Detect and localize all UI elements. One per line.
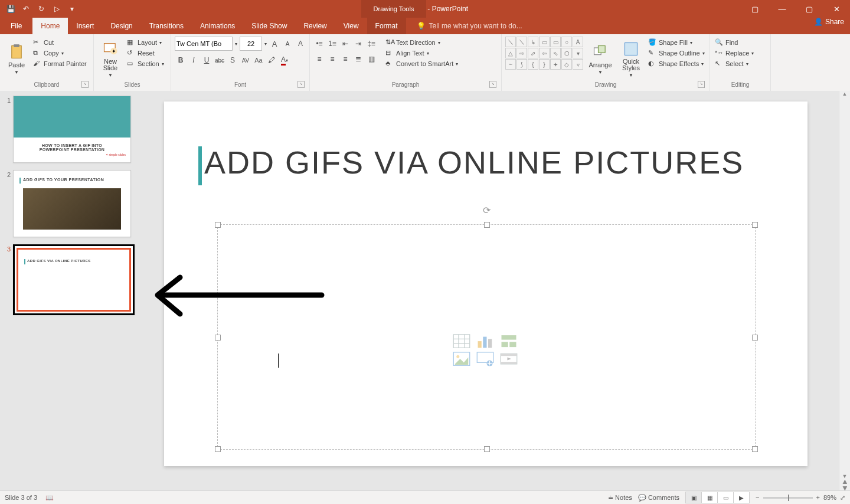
sorter-view-button[interactable]: ▦ (702, 492, 718, 503)
resize-handle[interactable] (215, 446, 221, 452)
underline-button[interactable]: U (201, 54, 212, 66)
insert-video-icon[interactable] (500, 352, 518, 366)
content-placeholder[interactable]: ⟳ (217, 224, 756, 450)
insert-pictures-icon[interactable] (453, 352, 470, 366)
quick-styles-button[interactable]: Quick Styles▼ (617, 37, 645, 81)
rotate-handle-icon[interactable]: ⟳ (483, 205, 491, 216)
slide-thumbnail-pane[interactable]: 1 HOW TO INSERT A GIF INTO POWERPOINT PR… (0, 91, 146, 491)
shape-arrow-icon[interactable]: ⬁ (550, 48, 561, 58)
format-painter-button[interactable]: 🖌Format Painter (32, 59, 88, 68)
shape-callout-icon[interactable]: ◇ (561, 59, 572, 70)
columns-button[interactable]: ▥ (365, 53, 377, 65)
comments-button[interactable]: 💬 Comments (638, 494, 679, 502)
convert-smartart-button[interactable]: ⬘Convert to SmartArt▾ (384, 59, 459, 68)
tab-transitions[interactable]: Transitions (141, 18, 192, 34)
zoom-in-button[interactable]: + (816, 494, 820, 501)
notes-button[interactable]: ≐ Notes (608, 494, 632, 502)
shape-brace-icon[interactable]: } (539, 59, 550, 70)
italic-button[interactable]: I (188, 54, 200, 66)
thumbnail-3-selected[interactable]: 3 ADD GIFS VIA ONLINE PICTURES (2, 244, 142, 315)
shape-fill-button[interactable]: 🪣Shape Fill▾ (647, 38, 706, 47)
zoom-out-button[interactable]: − (756, 494, 759, 501)
align-text-button[interactable]: ⊟Align Text▾ (384, 48, 459, 58)
thumb-preview[interactable]: ADD GIFS TO YOUR PRESENTATION (13, 170, 131, 237)
scroll-down-icon[interactable]: ▼ (842, 473, 848, 479)
shape-more-icon[interactable]: ▿ (573, 59, 583, 70)
minimize-button[interactable]: — (769, 0, 796, 18)
shape-line-icon[interactable]: ＼ (516, 37, 527, 47)
insert-smartart-icon[interactable] (500, 334, 518, 348)
shape-star-icon[interactable]: ✦ (550, 59, 561, 70)
thumb-preview-selected[interactable]: ADD GIFS VIA ONLINE PICTURES (13, 244, 135, 315)
resize-handle[interactable] (752, 335, 758, 341)
thumbnail-1[interactable]: 1 HOW TO INSERT A GIF INTO POWERPOINT PR… (2, 96, 142, 163)
replace-button[interactable]: ᵃ↔Replace▾ (714, 48, 755, 58)
shape-oval-icon[interactable]: ○ (561, 37, 572, 47)
tab-insert[interactable]: Insert (68, 18, 102, 34)
align-left-button[interactable]: ≡ (313, 53, 325, 65)
line-spacing-button[interactable]: ‡≡ (365, 38, 377, 50)
resize-handle[interactable] (752, 446, 758, 452)
insert-online-pictures-icon[interactable] (476, 352, 494, 366)
shape-hex-icon[interactable]: ⬡ (561, 48, 572, 58)
decrease-indent-button[interactable]: ⇤ (339, 38, 351, 50)
char-spacing-button[interactable]: AV (240, 54, 251, 66)
undo-icon[interactable]: ↶ (20, 3, 32, 15)
vertical-scrollbar[interactable]: ▲ ▼ ⯅ ⯆ (839, 91, 850, 491)
strikethrough-button[interactable]: abc (214, 54, 225, 66)
shape-rect-icon[interactable]: ▭ (550, 37, 561, 47)
grow-font-button[interactable]: A (269, 38, 280, 50)
shape-effects-button[interactable]: ◐Shape Effects▾ (647, 59, 706, 68)
zoom-slider[interactable] (763, 497, 813, 499)
increase-indent-button[interactable]: ⇥ (352, 38, 364, 50)
align-center-button[interactable]: ≡ (326, 53, 338, 65)
tab-format[interactable]: Format (367, 18, 406, 34)
text-highlight-button[interactable]: 🖍 (266, 54, 277, 66)
shape-brace-icon[interactable]: { (528, 59, 538, 70)
tab-home[interactable]: Home (32, 18, 68, 34)
zoom-percent[interactable]: 89% (823, 494, 836, 501)
tab-slideshow[interactable]: Slide Show (243, 18, 295, 34)
find-button[interactable]: 🔍Find (714, 38, 755, 47)
shape-arrow-icon[interactable]: ⬀ (528, 48, 538, 58)
select-button[interactable]: ↖Select▾ (714, 59, 755, 68)
shape-rect-icon[interactable]: ▭ (539, 37, 550, 47)
align-right-button[interactable]: ≡ (339, 53, 351, 65)
slideshow-view-button[interactable]: ▶ (734, 492, 750, 503)
fit-to-window-button[interactable]: ⤢ (840, 494, 845, 502)
thumb-preview[interactable]: HOW TO INSERT A GIF INTO POWERPOINT PRES… (13, 96, 131, 163)
dialog-launcher-icon[interactable]: ↘ (81, 81, 89, 88)
shape-line-icon[interactable]: ＼ (505, 37, 516, 47)
tab-animations[interactable]: Animations (192, 18, 243, 34)
clear-formatting-button[interactable]: A (295, 38, 306, 50)
shape-curve-icon[interactable]: ⟆ (516, 59, 527, 70)
ribbon-display-options-icon[interactable]: ▢ (741, 0, 769, 18)
shape-outline-button[interactable]: ✎Shape Outline▾ (647, 48, 706, 58)
shape-triangle-icon[interactable]: △ (505, 48, 516, 58)
resize-handle[interactable] (215, 335, 221, 341)
font-size-input[interactable] (240, 37, 262, 51)
shrink-font-button[interactable]: A (282, 38, 293, 50)
thumbnail-2[interactable]: 2 ADD GIFS TO YOUR PRESENTATION (2, 170, 142, 237)
dialog-launcher-icon[interactable]: ↘ (298, 81, 305, 88)
shapes-gallery[interactable]: ＼＼↳▭▭○A △⇨⬀⇦⬁⬡▾ ～⟆{}✦◇▿ (505, 37, 583, 81)
bold-button[interactable]: B (175, 54, 187, 66)
slide-title-text[interactable]: ADD GIFS VIA ONLINE PICTURES (204, 144, 744, 181)
change-case-button[interactable]: Aa (253, 54, 264, 66)
prev-slide-icon[interactable]: ⯅ (842, 479, 848, 485)
close-button[interactable]: ✕ (823, 0, 850, 18)
dialog-launcher-icon[interactable]: ↘ (489, 81, 496, 88)
slide-canvas[interactable]: ADD GIFS VIA ONLINE PICTURES ⟳ (164, 102, 808, 466)
save-icon[interactable]: 💾 (5, 3, 17, 15)
insert-chart-icon[interactable] (476, 334, 494, 348)
resize-handle[interactable] (484, 446, 490, 452)
normal-view-button[interactable]: ▣ (685, 492, 702, 503)
section-button[interactable]: ▭Section▾ (126, 59, 165, 68)
slide-editor[interactable]: ADD GIFS VIA ONLINE PICTURES ⟳ (146, 91, 850, 491)
start-from-beginning-icon[interactable]: ▷ (51, 3, 63, 15)
resize-handle[interactable] (752, 222, 758, 228)
scroll-up-icon[interactable]: ▲ (842, 91, 848, 97)
reading-view-button[interactable]: ▭ (718, 492, 734, 503)
insert-table-icon[interactable] (453, 334, 470, 348)
spellcheck-icon[interactable]: 📖 (45, 494, 54, 502)
